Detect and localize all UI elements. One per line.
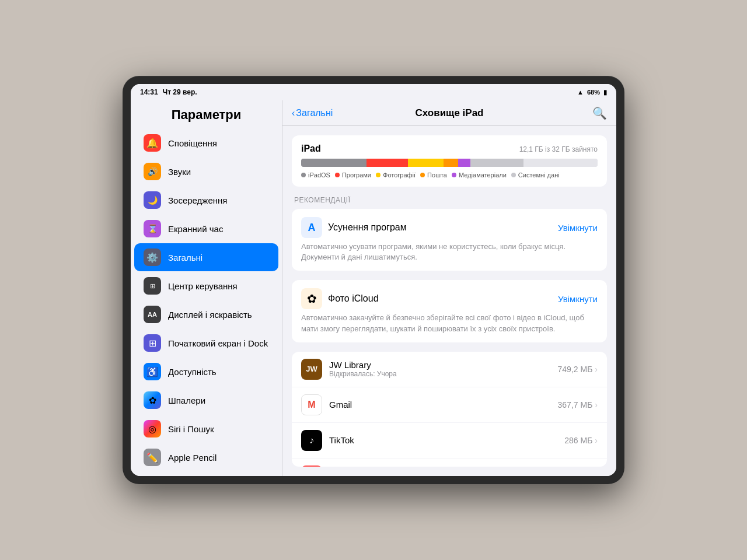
sidebar-item-touch-id[interactable]: 👁 Touch ID і код допуску	[134, 472, 278, 476]
legend-system: Системні дані	[511, 172, 560, 178]
main-content: Параметри 🔔 Сповіщення 🔊 Звуки 🌙	[131, 100, 616, 476]
accessibility-icon: ♿	[144, 363, 161, 380]
status-bar: 14:31 Чт 29 вер. ▲ 68% ▮	[131, 84, 616, 100]
apple-pencil-icon: ✏️	[144, 449, 161, 466]
panel-content: iPad 12,1 ГБ із 32 ГБ зайнято	[282, 126, 616, 476]
legend-dot-apps	[335, 173, 340, 177]
battery-icon: ▮	[603, 89, 607, 96]
recommendations-section-label: РЕКОМЕНДАЦІЇ	[292, 196, 607, 204]
notifications-icon: 🔔	[144, 134, 161, 152]
legend-label-apps: Програми	[342, 172, 371, 178]
segment-system	[470, 159, 523, 167]
back-label: Загальні	[296, 108, 333, 118]
app-list-item-jw-library[interactable]: JW JW Library Відкривалась: Учора 749,2 …	[292, 352, 607, 387]
nav-title: Сховище iPad	[415, 107, 483, 119]
storage-info: 12,1 ГБ із 32 ГБ зайнято	[519, 145, 598, 153]
app-list-item-gmail[interactable]: M Gmail 367,7 МБ ›	[292, 387, 607, 423]
segment-media	[458, 159, 470, 167]
jw-library-info: JW Library Відкривалась: Учора	[329, 360, 551, 378]
app-list-item-tiktok[interactable]: ♪ TikTok 286 МБ ›	[292, 423, 607, 459]
rec-header-icloud: ✿ Фото iCloud Увімкнути	[301, 288, 598, 309]
nav-bar: ‹ Загальні Сховище iPad 🔍	[282, 100, 616, 126]
time-label: 14:31	[140, 88, 158, 96]
segment-apps	[366, 159, 408, 167]
tiktok-chevron: ›	[595, 436, 598, 445]
sidebar-item-display[interactable]: AA Дисплей і яскравість	[134, 300, 278, 328]
control-center-icon: ⊞	[144, 277, 161, 295]
legend-dot-system	[511, 173, 516, 177]
sidebar-item-screen-time[interactable]: ⌛ Екранний час	[134, 215, 278, 243]
control-center-label: Центр керування	[168, 281, 238, 291]
home-screen-label: Початковий екран і Dock	[168, 338, 268, 348]
general-label: Загальні	[168, 253, 203, 262]
focus-label: Зосередження	[168, 195, 227, 205]
gmail-info: Gmail	[329, 400, 551, 410]
legend-label-photos: Фотографії	[383, 172, 416, 178]
offload-enable-button[interactable]: Увімкнути	[558, 223, 598, 233]
tiktok-size: 286 МБ ›	[564, 436, 598, 445]
rec-title-row-offload: A Усунення програм	[301, 217, 407, 238]
storage-legend: iPadOS Програми Фотографії	[301, 172, 598, 178]
sidebar-item-notifications[interactable]: 🔔 Сповіщення	[134, 129, 278, 157]
apple-pencil-label: Apple Pencil	[168, 453, 217, 463]
gmail-chevron: ›	[595, 400, 598, 410]
icloud-photos-icon: ✿	[301, 288, 322, 309]
offload-title: Усунення програм	[328, 222, 407, 233]
icloud-photos-enable-button[interactable]: Увімкнути	[558, 294, 598, 304]
sounds-icon: 🔊	[144, 163, 161, 180]
legend-label-media: Медіаматеріали	[459, 172, 507, 178]
sidebar-item-general[interactable]: ⚙️ Загальні	[134, 243, 278, 271]
wallpaper-icon: ✿	[144, 391, 161, 409]
legend-media: Медіаматеріали	[452, 172, 507, 178]
app-list: JW JW Library Відкривалась: Учора 749,2 …	[292, 352, 607, 467]
wallpaper-label: Шпалери	[168, 396, 205, 405]
sidebar-item-siri[interactable]: ◎ Siri і Пошук	[134, 415, 278, 443]
legend-dot-photos	[376, 173, 381, 177]
tiktok-name: TikTok	[329, 435, 557, 445]
sidebar-item-focus[interactable]: 🌙 Зосередження	[134, 186, 278, 214]
app-list-item-youtube[interactable]: ▶ YouTube ›	[292, 459, 607, 467]
gmail-icon: M	[301, 394, 322, 415]
sidebar-title: Параметри	[131, 100, 282, 128]
jw-library-name: JW Library	[329, 360, 551, 370]
screen-time-label: Екранний час	[168, 224, 223, 234]
legend-ipados: iPadOS	[301, 172, 330, 178]
legend-label-mail: Пошта	[427, 172, 447, 178]
jw-library-size-text: 749,2 МБ	[558, 365, 593, 374]
sidebar-item-control-center[interactable]: ⊞ Центр керування	[134, 272, 278, 300]
sidebar-list: 🔔 Сповіщення 🔊 Звуки 🌙 Зосередження	[131, 128, 282, 476]
notifications-label: Сповіщення	[168, 138, 217, 148]
segment-mail	[444, 159, 458, 167]
sidebar-item-wallpaper[interactable]: ✿ Шпалери	[134, 386, 278, 414]
gmail-size-text: 367,7 МБ	[558, 400, 593, 410]
icloud-photos-title: Фото iCloud	[328, 293, 379, 304]
back-chevron-icon: ‹	[292, 108, 295, 118]
tablet-screen: 14:31 Чт 29 вер. ▲ 68% ▮ Параметри 🔔 Спо…	[131, 84, 616, 476]
gmail-size: 367,7 МБ ›	[558, 400, 598, 410]
date-label: Чт 29 вер.	[163, 88, 197, 96]
status-bar-left: 14:31 Чт 29 вер.	[140, 88, 197, 96]
legend-dot-mail	[420, 173, 425, 177]
sidebar-item-apple-pencil[interactable]: ✏️ Apple Pencil	[134, 443, 278, 471]
jw-library-chevron: ›	[595, 365, 598, 374]
sidebar-item-accessibility[interactable]: ♿ Доступність	[134, 358, 278, 386]
icloud-photos-description: Автоматично закачуйте й безпечно зберіга…	[301, 313, 598, 334]
offload-description: Автоматично усувати програми, якими не к…	[301, 242, 598, 262]
general-icon: ⚙️	[144, 249, 161, 266]
offload-icon: A	[301, 217, 322, 238]
tablet-shell: 14:31 Чт 29 вер. ▲ 68% ▮ Параметри 🔔 Спо…	[123, 76, 624, 484]
youtube-icon: ▶	[301, 466, 322, 467]
back-button[interactable]: ‹ Загальні	[292, 108, 333, 118]
legend-label-system: Системні дані	[518, 172, 560, 178]
sidebar: Параметри 🔔 Сповіщення 🔊 Звуки 🌙	[131, 100, 282, 476]
storage-header: iPad 12,1 ГБ із 32 ГБ зайнято	[301, 144, 598, 154]
sidebar-item-sounds[interactable]: 🔊 Звуки	[134, 158, 278, 186]
siri-icon: ◎	[144, 420, 161, 438]
rec-title-row-icloud: ✿ Фото iCloud	[301, 288, 379, 309]
segment-photos	[408, 159, 444, 167]
sidebar-item-home-screen[interactable]: ⊞ Початковий екран і Dock	[134, 329, 278, 357]
search-icon[interactable]: 🔍	[592, 106, 607, 120]
rec-card-offload: A Усунення програм Увімкнути Автоматично…	[292, 209, 607, 271]
legend-dot-media	[452, 173, 456, 177]
device-name: iPad	[301, 144, 321, 154]
